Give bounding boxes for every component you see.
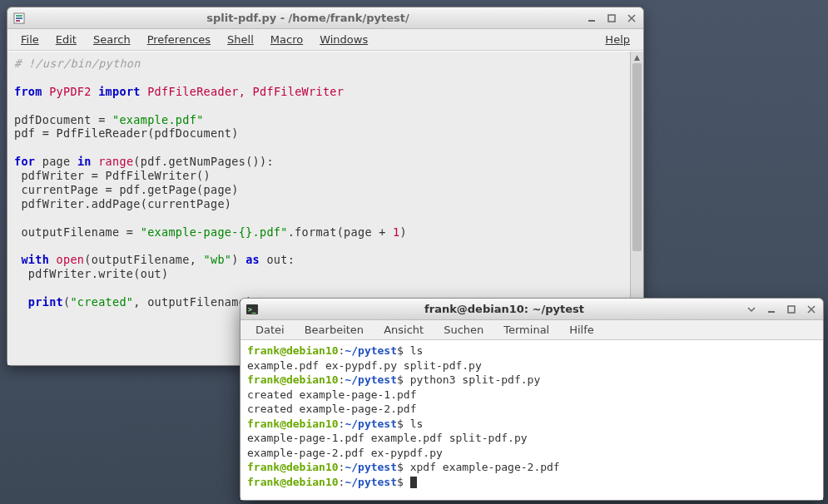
editor-title: split-pdf.py - /home/frank/pytest/ [206, 12, 409, 24]
svg-rect-1 [16, 15, 22, 17]
svg-rect-3 [16, 20, 20, 22]
close-button[interactable] [625, 12, 638, 25]
svg-rect-11 [788, 306, 795, 313]
term-menu-bearbeiten[interactable]: Bearbeiten [295, 322, 374, 338]
term-line: frank@debian10:~/pytest$ ls [247, 343, 816, 358]
term-menu-ansicht[interactable]: Ansicht [374, 322, 434, 338]
terminal-body[interactable]: frank@debian10:~/pytest$ lsexample.pdf e… [240, 340, 823, 500]
menu-edit[interactable]: Edit [47, 32, 85, 47]
terminal-title: frank@debian10: ~/pytest [424, 303, 584, 315]
terminal-close-button[interactable] [805, 303, 818, 316]
scroll-up-icon[interactable]: ▲ [631, 52, 643, 63]
term-line: frank@debian10:~/pytest$ xpdf example-pa… [247, 460, 816, 475]
menu-help[interactable]: Help [597, 32, 638, 47]
editor-menubar: File Edit Search Preferences Shell Macro… [7, 29, 643, 51]
terminal-icon: >_ [245, 303, 259, 316]
minimize-button[interactable] [585, 12, 598, 25]
terminal-titlebar[interactable]: >_ frank@debian10: ~/pytest [240, 299, 823, 320]
svg-rect-5 [608, 15, 615, 22]
scroll-handle[interactable] [632, 63, 642, 251]
term-line: example-page-1.pdf example.pdf split-pdf… [247, 431, 816, 446]
term-line: example-page-2.pdf ex-pypdf.py [247, 446, 816, 461]
maximize-button[interactable] [605, 12, 618, 25]
term-line: frank@debian10:~/pytest$ python3 split-p… [247, 373, 816, 388]
svg-rect-2 [16, 17, 22, 19]
term-line: frank@debian10:~/pytest$ ls [247, 417, 816, 432]
menu-file[interactable]: File [12, 32, 47, 47]
terminal-minimize-button[interactable] [765, 303, 778, 316]
term-menu-terminal[interactable]: Terminal [493, 322, 559, 338]
editor-titlebar[interactable]: split-pdf.py - /home/frank/pytest/ [7, 7, 643, 29]
menu-macro[interactable]: Macro [262, 32, 311, 47]
term-menu-suchen[interactable]: Suchen [434, 322, 493, 338]
window-controls [585, 12, 638, 25]
menu-preferences[interactable]: Preferences [139, 32, 219, 47]
term-line: frank@debian10:~/pytest$ [247, 475, 816, 490]
menu-search[interactable]: Search [85, 32, 139, 47]
terminal-maximize-button[interactable] [785, 303, 798, 316]
term-menu-hilfe[interactable]: Hilfe [559, 322, 604, 338]
terminal-menubar: Datei Bearbeiten Ansicht Suchen Terminal… [240, 320, 823, 340]
term-line: example.pdf ex-pypdf.py split-pdf.py [247, 358, 816, 373]
terminal-cursor [410, 477, 417, 488]
terminal-window: >_ frank@debian10: ~/pytest Datei Bearbe… [240, 298, 824, 501]
terminal-window-controls [745, 303, 818, 316]
terminal-dropdown-button[interactable] [745, 303, 758, 316]
menu-windows[interactable]: Windows [311, 32, 376, 47]
code-comment: # !/usr/bin/python [14, 57, 141, 70]
term-menu-datei[interactable]: Datei [245, 322, 295, 338]
app-icon [12, 12, 26, 25]
menu-shell[interactable]: Shell [219, 32, 262, 47]
term-line: created example-page-1.pdf [247, 388, 816, 403]
term-line: created example-page-2.pdf [247, 402, 816, 417]
svg-text:>_: >_ [248, 306, 256, 314]
